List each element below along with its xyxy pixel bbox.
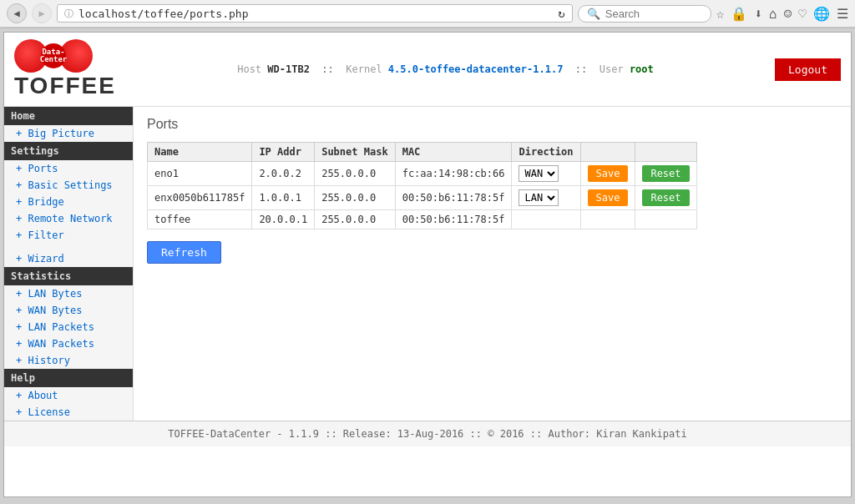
cell-direction[interactable]: WANLAN [512, 186, 580, 210]
sidebar-item-lan-bytes[interactable]: + LAN Bytes [4, 285, 133, 302]
cell-name: eno1 [148, 162, 252, 186]
user-icon[interactable]: ☺ [784, 6, 792, 22]
logo-area: Data-Center TOFFEE [14, 39, 116, 99]
host-value: WD-1TB2 [267, 63, 310, 75]
logo-text: TOFFEE [14, 73, 116, 99]
col-header-reset [635, 143, 696, 162]
sidebar-item-filter[interactable]: + Filter [4, 227, 133, 244]
cell-mac: 00:50:b6:11:78:5f [395, 210, 512, 229]
sidebar-item-lan-packets[interactable]: + LAN Packets [4, 319, 133, 335]
table-row: enx0050b611785f1.0.0.1255.0.0.000:50:b6:… [148, 186, 697, 210]
col-header-direction: Direction [512, 143, 580, 162]
bookmark-icon[interactable]: ☆ [716, 6, 725, 22]
sidebar-item-wan-packets[interactable]: + WAN Packets [4, 335, 133, 352]
heart-icon[interactable]: ♡ [798, 6, 807, 22]
user-label: User [600, 63, 624, 75]
sidebar-divider-1 [4, 244, 133, 250]
sidebar-item-license[interactable]: + License [4, 404, 133, 421]
cell-direction[interactable]: WANLAN [512, 162, 580, 186]
cell-save[interactable] [580, 210, 635, 229]
cell-subnet: 255.0.0.0 [315, 210, 395, 229]
reset-button[interactable]: Reset [642, 165, 689, 182]
cell-name: enx0050b611785f [148, 186, 252, 210]
home-icon[interactable]: ⌂ [769, 6, 777, 22]
logo-center-circle: Data-Center [41, 43, 66, 68]
sidebar-item-big-picture[interactable]: + Big Picture [4, 125, 133, 142]
search-box[interactable]: 🔍 [578, 5, 711, 23]
cell-mac: 00:50:b6:11:78:5f [395, 186, 512, 210]
globe-icon[interactable]: 🌐 [813, 6, 830, 22]
direction-select[interactable]: WANLAN [519, 189, 559, 206]
sidebar-item-remote-network[interactable]: + Remote Network [4, 210, 133, 227]
secure-icon: ⓘ [64, 8, 73, 20]
menu-icon[interactable]: ☰ [837, 6, 848, 22]
logout-button[interactable]: Logout [775, 58, 841, 81]
sidebar-help-header: Help [4, 369, 133, 387]
cell-ip: 1.0.0.1 [252, 186, 315, 210]
cell-ip: 2.0.0.2 [252, 162, 315, 186]
back-button[interactable]: ◀ [7, 3, 27, 23]
sidebar-home-header: Home [4, 107, 133, 125]
table-row: toffee20.0.0.1255.0.0.000:50:b6:11:78:5f [148, 210, 697, 229]
sidebar-item-wizard[interactable]: + Wizard [4, 250, 133, 267]
table-row: eno12.0.0.2255.0.0.0fc:aa:14:98:cb:66WAN… [148, 162, 697, 186]
sidebar-statistics-header: Statistics [4, 267, 133, 285]
col-header-name: Name [148, 143, 252, 162]
cell-subnet: 255.0.0.0 [315, 162, 395, 186]
sidebar-item-bridge[interactable]: + Bridge [4, 194, 133, 210]
header-info: Host WD-1TB2 :: Kernel 4.5.0-toffee-data… [237, 63, 654, 75]
user-value: root [630, 63, 654, 75]
site-footer: TOFFEE-DataCenter - 1.1.9 :: Release: 13… [4, 421, 851, 446]
cell-name: toffee [148, 210, 252, 229]
cell-mac: fc:aa:14:98:cb:66 [395, 162, 512, 186]
col-header-ip: IP Addr [252, 143, 315, 162]
save-button[interactable]: Save [588, 165, 629, 182]
sidebar-item-ports[interactable]: + Ports [4, 160, 133, 177]
sidebar-item-about[interactable]: + About [4, 387, 133, 404]
download-icon[interactable]: ⬇ [754, 6, 762, 22]
cell-subnet: 255.0.0.0 [315, 186, 395, 210]
col-header-mac: MAC [395, 143, 512, 162]
kernel-value: 4.5.0-toffee-datacenter-1.1.7 [388, 63, 564, 75]
search-input[interactable] [605, 8, 702, 20]
direction-select[interactable]: WANLAN [519, 165, 559, 182]
sidebar-item-history[interactable]: + History [4, 352, 133, 369]
page-title: Ports [147, 117, 837, 132]
cell-save[interactable]: Save [580, 162, 635, 186]
shield-icon[interactable]: 🔒 [731, 6, 747, 22]
col-header-subnet: Subnet Mask [315, 143, 395, 162]
cell-reset[interactable]: Reset [635, 186, 696, 210]
footer-text: TOFFEE-DataCenter - 1.1.9 :: Release: 13… [168, 428, 686, 440]
col-header-save [580, 143, 635, 162]
host-label: Host [237, 63, 261, 75]
forward-button[interactable]: ▶ [32, 3, 52, 23]
cell-save[interactable]: Save [580, 186, 635, 210]
sidebar-item-basic-settings[interactable]: + Basic Settings [4, 177, 133, 194]
sidebar: Home + Big Picture Settings + Ports + Ba… [4, 107, 134, 421]
reset-button[interactable]: Reset [642, 189, 689, 206]
sidebar-item-wan-bytes[interactable]: + WAN Bytes [4, 302, 133, 319]
search-icon: 🔍 [587, 8, 600, 20]
refresh-icon[interactable]: ↻ [558, 7, 564, 20]
refresh-button[interactable]: Refresh [147, 241, 221, 264]
cell-reset[interactable] [635, 210, 696, 229]
cell-direction[interactable] [512, 210, 580, 229]
kernel-label: Kernel [346, 63, 382, 75]
content-area: Ports Name IP Addr Subnet Mask MAC Direc… [134, 107, 851, 421]
sidebar-settings-header: Settings [4, 142, 133, 160]
save-button[interactable]: Save [588, 189, 629, 206]
cell-ip: 20.0.0.1 [252, 210, 315, 229]
address-bar: ⓘ localhost/toffee/ports.php ↻ [57, 4, 573, 23]
url-text[interactable]: localhost/toffee/ports.php [78, 8, 249, 20]
cell-reset[interactable]: Reset [635, 162, 696, 186]
ports-table: Name IP Addr Subnet Mask MAC Direction e… [147, 142, 697, 229]
